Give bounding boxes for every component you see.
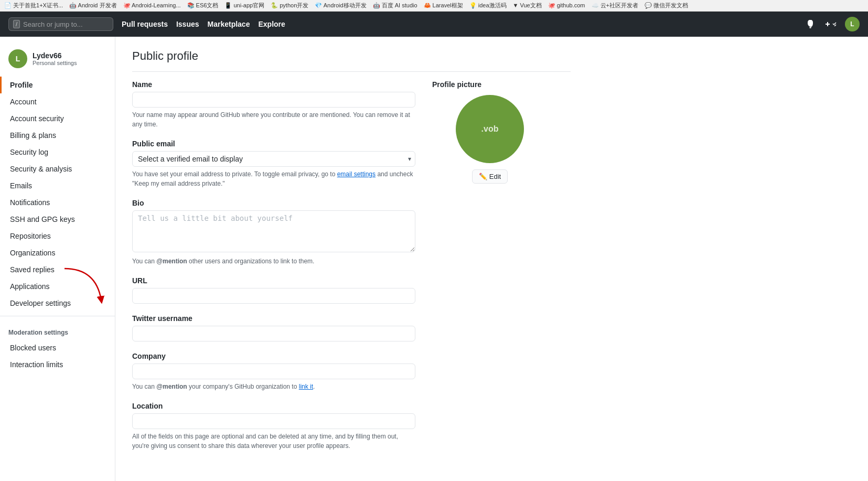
bookmark-item[interactable]: 💬 微信开发文档 (645, 2, 688, 9)
sidebar-item-billing[interactable]: Billing & plans (0, 127, 115, 144)
bio-label: Bio (132, 199, 415, 207)
bookmark-item[interactable]: 🐍 python开发 (271, 2, 308, 9)
sidebar-item-ssh-gpg[interactable]: SSH and GPG keys (0, 211, 115, 228)
sidebar-item-notifications[interactable]: Notifications (0, 194, 115, 211)
sidebar: L Lydev66 Personal settings Profile Acco… (0, 37, 115, 481)
twitter-field-group: Twitter username (132, 314, 415, 341)
company-field-group: Company You can @mention your company's … (132, 352, 415, 391)
url-input[interactable] (132, 288, 415, 304)
top-navbar: / Pull requests Issues Marketplace Explo… (0, 12, 868, 37)
twitter-input[interactable] (132, 326, 415, 341)
public-email-select[interactable]: Select a verified email to display (132, 151, 415, 167)
public-email-field-group: Public email Select a verified email to … (132, 140, 415, 188)
company-link-it-link[interactable]: link it (299, 383, 313, 390)
edit-profile-picture-button[interactable]: ✏️ Edit (472, 169, 508, 184)
sidebar-item-organizations[interactable]: Organizations (0, 244, 115, 261)
location-input[interactable] (132, 413, 415, 429)
email-select-wrapper: Select a verified email to display ▾ (132, 151, 415, 167)
profile-picture-image: .vob (456, 95, 524, 163)
name-input[interactable] (132, 92, 415, 108)
sidebar-avatar: L (8, 49, 27, 68)
profile-picture-section: Profile picture .vob ✏️ Edit (432, 80, 548, 461)
bookmark-item[interactable]: 🦀 Laravel框架 (424, 2, 463, 9)
location-label: Location (132, 402, 415, 410)
name-hint: Your name may appear around GitHub where… (132, 110, 415, 129)
company-label: Company (132, 352, 415, 360)
company-input[interactable] (132, 364, 415, 379)
nav-pull-requests[interactable]: Pull requests (122, 20, 168, 28)
edit-label: Edit (489, 173, 501, 180)
sidebar-item-developer-settings[interactable]: Developer settings (0, 295, 115, 312)
sidebar-item-interaction-limits[interactable]: Interaction limits (0, 356, 115, 373)
main-content: Public profile Name Your name may appear… (115, 37, 587, 481)
sidebar-navigation: Profile Account Account security Billing… (0, 77, 115, 312)
bookmark-item[interactable]: ☁️ 云+社区开发者 (592, 2, 638, 9)
slash-key-badge: / (13, 20, 20, 28)
nav-explore[interactable]: Explore (258, 20, 285, 28)
bookmarks-bar: 📄 关于首批1+X证书... 🤖 Android 开发者 🐙 Android-L… (0, 0, 868, 12)
page-title: Public profile (132, 49, 571, 72)
email-settings-link[interactable]: email settings (337, 170, 376, 178)
location-hint: All of the fields on this page are optio… (132, 432, 415, 451)
bio-hint: You can @mention other users and organiz… (132, 256, 415, 266)
sidebar-item-saved-replies[interactable]: Saved replies (0, 261, 115, 278)
bookmark-item[interactable]: ▼ Vue文档 (513, 2, 542, 9)
bio-field-group: Bio You can @mention other users and org… (132, 199, 415, 266)
bookmark-item[interactable]: 💡 idea激活码 (469, 2, 507, 9)
public-email-label: Public email (132, 140, 415, 148)
sidebar-item-emails[interactable]: Emails (0, 177, 115, 194)
nav-issues[interactable]: Issues (176, 20, 199, 28)
name-field-group: Name Your name may appear around GitHub … (132, 80, 415, 129)
bookmark-item[interactable]: 🐙 github.com (548, 2, 585, 9)
company-hint: You can @mention your company's GitHub o… (132, 382, 415, 391)
moderation-settings-title: Moderation settings (0, 320, 115, 339)
search-input[interactable] (23, 20, 102, 28)
nav-marketplace[interactable]: Marketplace (208, 20, 250, 28)
main-layout: L Lydev66 Personal settings Profile Acco… (0, 37, 868, 481)
sidebar-subtitle: Personal settings (33, 60, 77, 66)
sidebar-item-applications[interactable]: Applications (0, 278, 115, 295)
avatar[interactable]: L (845, 17, 860, 31)
sidebar-item-blocked-users[interactable]: Blocked users (0, 339, 115, 356)
bookmark-item[interactable]: 📚 ES6文档 (187, 2, 219, 9)
bookmark-item[interactable]: 🤖 Android 开发者 (69, 2, 116, 9)
bookmark-item[interactable]: 🤖 百度 AI studio (373, 2, 417, 9)
sidebar-item-account[interactable]: Account (0, 93, 115, 110)
bookmark-item[interactable]: 📄 关于首批1+X证书... (4, 2, 63, 9)
sidebar-item-security-analysis[interactable]: Security & analysis (0, 161, 115, 177)
url-field-group: URL (132, 276, 415, 304)
search-box: / (8, 17, 113, 31)
location-field-group: Location All of the fields on this page … (132, 402, 415, 451)
bookmark-item[interactable]: 📱 uni-app官网 (224, 2, 264, 9)
sidebar-item-account-security[interactable]: Account security (0, 110, 115, 127)
sidebar-item-repositories[interactable]: Repositories (0, 228, 115, 244)
sidebar-item-security-log[interactable]: Security log (0, 144, 115, 161)
twitter-label: Twitter username (132, 314, 415, 323)
sidebar-user-info: L Lydev66 Personal settings (0, 45, 115, 77)
moderation-navigation: Blocked users Interaction limits (0, 339, 115, 373)
bio-textarea[interactable] (132, 210, 415, 252)
url-label: URL (132, 276, 415, 285)
profile-picture-title: Profile picture (432, 80, 548, 89)
bookmark-item[interactable]: 💎 Android移动开发 (315, 2, 366, 9)
pencil-icon: ✏️ (479, 173, 487, 180)
sidebar-item-profile[interactable]: Profile (0, 77, 115, 93)
create-new-button[interactable] (823, 19, 839, 29)
sidebar-divider (0, 316, 115, 316)
nav-links: Pull requests Issues Marketplace Explore (122, 20, 285, 28)
profile-form-section: Name Your name may appear around GitHub … (132, 80, 571, 461)
name-label: Name (132, 80, 415, 89)
email-hint: You have set your email address to priva… (132, 169, 415, 188)
navbar-actions: L (804, 17, 860, 31)
form-left: Name Your name may appear around GitHub … (132, 80, 415, 461)
notifications-bell-button[interactable] (804, 18, 817, 30)
bookmark-item[interactable]: 🐙 Android-Learning... (123, 2, 181, 9)
sidebar-username: Lydev66 (33, 51, 77, 60)
